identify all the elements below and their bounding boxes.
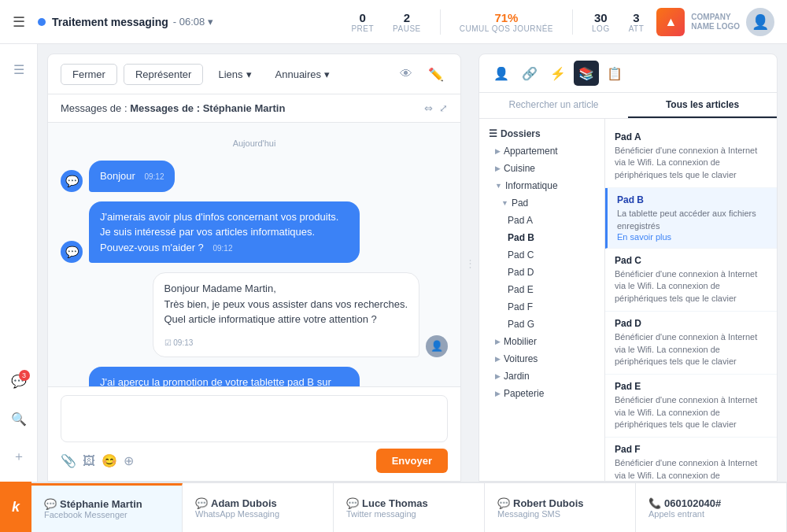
articles-panel: Pad A Bénéficier d'une connexion à Inter… bbox=[605, 119, 777, 481]
tree-item-pad[interactable]: ▼ Pad bbox=[479, 194, 604, 212]
message-row: 💬 Bonjour 09:12 bbox=[61, 161, 448, 192]
tab-info[interactable]: 📋 bbox=[602, 61, 627, 86]
sms-icon: 💬 bbox=[497, 497, 510, 509]
article-title: Pad A bbox=[615, 131, 767, 142]
status-dot bbox=[38, 18, 46, 26]
more-icon[interactable]: ⊕ bbox=[124, 453, 134, 468]
chevron-down-icon: ▼ bbox=[495, 182, 502, 190]
tab-action[interactable]: ⚡ bbox=[545, 61, 571, 86]
stat-log: 30 LOG bbox=[592, 11, 610, 33]
msg-text: J'ai aperçu la promotion de votre tablet… bbox=[100, 376, 343, 387]
stat-att-value: 3 bbox=[629, 11, 645, 24]
eye-icon[interactable]: 👁 bbox=[394, 62, 418, 86]
tree-item-pad-g[interactable]: Pad G bbox=[479, 316, 604, 333]
search-article-tab[interactable]: Rechercher un article bbox=[479, 93, 628, 118]
directories-dropdown[interactable]: Annuaires ▾ bbox=[267, 64, 339, 85]
tab-contact[interactable]: 👤 bbox=[489, 61, 514, 86]
app-container: ☰ Traitement messaging - 06:08 ▾ 0 PRET … bbox=[0, 0, 787, 532]
attachment-icon[interactable]: 📎 bbox=[61, 453, 76, 468]
bottom-bar: k 💬 Stéphanie Martin Facebook Messenger … bbox=[0, 482, 787, 532]
fullscreen-icon[interactable]: ⤢ bbox=[439, 102, 448, 114]
bottom-tab-stephanie[interactable]: 💬 Stéphanie Martin Facebook Messenger bbox=[31, 483, 183, 532]
stat-pret: 0 PRET bbox=[351, 11, 374, 33]
msg-text: Bonjour Madame Martin,Très bien, je peux… bbox=[164, 281, 408, 327]
stat-pret-label: PRET bbox=[351, 24, 374, 33]
center-panel: Fermer Représenter Liens ▾ Annuaires ▾ 👁… bbox=[47, 54, 461, 482]
article-item-pad-c: Pad C Bénéficier d'une connexion à Inter… bbox=[605, 249, 777, 312]
article-title: Pad B bbox=[617, 194, 767, 205]
article-desc: La tablette peut accéder aux fichiers en… bbox=[617, 208, 767, 232]
tab-sub: Twitter messaging bbox=[346, 509, 471, 519]
bottom-tab-phone[interactable]: 📞 060102040# Appels entrant bbox=[636, 483, 787, 532]
emoji-icon[interactable]: 😊 bbox=[102, 453, 117, 468]
tab-name: Stéphanie Martin bbox=[60, 498, 142, 510]
stat-divider-2 bbox=[572, 9, 573, 35]
tree-panel: ☰ Dossiers ▶ Appartement ▶ Cuisine ▼ bbox=[479, 119, 605, 481]
all-articles-tab[interactable]: Tous les articles bbox=[628, 93, 777, 118]
tab-name: 060102040# bbox=[664, 497, 721, 509]
article-item-pad-e: Pad E Bénéficier d'une connexion à Inter… bbox=[605, 375, 777, 438]
drag-handle[interactable]: ⋮ bbox=[467, 44, 472, 482]
tree-item-informatique[interactable]: ▼ Informatique bbox=[479, 177, 604, 194]
image-icon[interactable]: 🖼 bbox=[83, 454, 95, 468]
chevron-right-icon: ▶ bbox=[495, 147, 501, 155]
close-button[interactable]: Fermer bbox=[61, 64, 117, 85]
tab-sub: Appels entrant bbox=[648, 509, 774, 519]
bottom-tabs: 💬 Stéphanie Martin Facebook Messenger 💬 … bbox=[31, 482, 787, 532]
right-panel-tabs: 👤 🔗 ⚡ 📚 📋 bbox=[479, 54, 777, 93]
tree-item-papeterie[interactable]: ▶ Papeterie bbox=[479, 385, 604, 402]
tree-item-pad-b[interactable]: Pad B bbox=[479, 229, 604, 246]
chevron-right-icon: ▶ bbox=[495, 355, 501, 363]
whatsapp-icon: 💬 bbox=[195, 497, 208, 509]
article-desc: Bénéficier d'une connexion à Internet vi… bbox=[615, 331, 767, 368]
chat-messages: Aujourd'hui 💬 Bonjour 09:12 💬 J'aime bbox=[48, 123, 460, 386]
article-title: Pad C bbox=[615, 255, 767, 266]
expand-icon[interactable]: ⇔ bbox=[424, 102, 433, 114]
send-button[interactable]: Envoyer bbox=[376, 449, 448, 473]
header-brand: ▲ COMPANYNAME LOGO 👤 bbox=[656, 8, 774, 36]
header-dropdown-icon[interactable]: ▾ bbox=[208, 16, 213, 28]
tab-link[interactable]: 🔗 bbox=[517, 61, 542, 86]
header-time: - 06:08 bbox=[173, 16, 205, 28]
twitter-icon: 💬 bbox=[346, 497, 359, 509]
tree-item-pad-e[interactable]: Pad E bbox=[479, 281, 604, 298]
bottom-tab-robert[interactable]: 💬 Robert Dubois Messaging SMS bbox=[485, 483, 636, 532]
tab-article[interactable]: 📚 bbox=[574, 61, 599, 86]
sidebar-chat-badge: 3 bbox=[19, 370, 30, 381]
article-link[interactable]: En savoir plus bbox=[617, 232, 767, 242]
sidebar-search-icon[interactable]: 🔍 bbox=[6, 406, 31, 431]
msg-bubble: J'ai aperçu la promotion de votre tablet… bbox=[89, 367, 360, 387]
tree-item-appartement[interactable]: ▶ Appartement bbox=[479, 142, 604, 160]
links-dropdown[interactable]: Liens ▾ bbox=[209, 64, 260, 85]
bottom-tab-luce[interactable]: 💬 Luce Thomas Twitter messaging bbox=[334, 483, 485, 532]
represent-button[interactable]: Représenter bbox=[124, 64, 204, 85]
tree-item-voitures[interactable]: ▶ Voitures bbox=[479, 350, 604, 368]
stat-qos: 71% Cumul QoS Journée bbox=[460, 11, 553, 33]
tree-item-pad-d[interactable]: Pad D bbox=[479, 264, 604, 281]
hamburger-icon[interactable]: ☰ bbox=[13, 13, 25, 31]
tree-item-cuisine[interactable]: ▶ Cuisine bbox=[479, 160, 604, 177]
sidebar-add-icon[interactable]: ＋ bbox=[6, 444, 31, 469]
stat-qos-value: 71% bbox=[460, 11, 553, 24]
stat-att-label: ATT bbox=[629, 24, 645, 33]
message-input-box[interactable] bbox=[61, 395, 448, 442]
sidebar-menu-icon[interactable]: ☰ bbox=[6, 57, 31, 82]
chevron-down-icon: ▼ bbox=[501, 199, 508, 207]
edit-icon[interactable]: ✏️ bbox=[424, 62, 448, 86]
stat-pret-value: 0 bbox=[351, 11, 374, 24]
tree-item-jardin[interactable]: ▶ Jardin bbox=[479, 368, 604, 385]
tree-item-mobilier[interactable]: ▶ Mobilier bbox=[479, 333, 604, 350]
message-input-area: 📎 🖼 😊 ⊕ Envoyer bbox=[48, 386, 460, 481]
msg-bubble: Bonjour Madame Martin,Très bien, je peux… bbox=[153, 272, 420, 357]
right-panel: 👤 🔗 ⚡ 📚 📋 Rechercher un article Tous les… bbox=[478, 54, 778, 482]
msg-time: 09:12 bbox=[212, 244, 232, 253]
tree-item-pad-f[interactable]: Pad F bbox=[479, 298, 604, 316]
article-desc: Bénéficier d'une connexion à Internet vi… bbox=[615, 394, 767, 430]
chevron-right-icon: ▶ bbox=[495, 338, 501, 345]
tree-item-pad-c[interactable]: Pad C bbox=[479, 246, 604, 264]
bottom-tab-adam[interactable]: 💬 Adam Dubois WhatsApp Messaging bbox=[183, 483, 334, 532]
tree-item-pad-a[interactable]: Pad A bbox=[479, 212, 604, 229]
sidebar-chat-icon[interactable]: 💬 3 bbox=[6, 368, 31, 393]
stat-log-value: 30 bbox=[592, 11, 610, 24]
tab-name: Luce Thomas bbox=[362, 497, 428, 509]
